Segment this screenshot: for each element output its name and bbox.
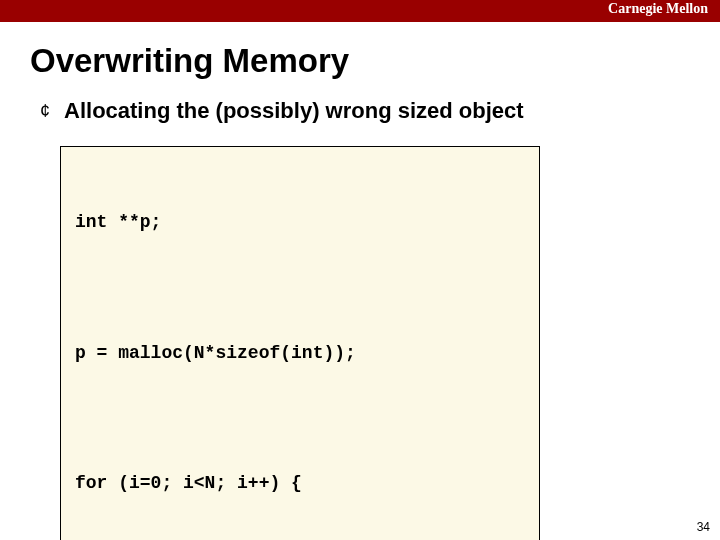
bullet-item: ¢ Allocating the (possibly) wrong sized …	[40, 98, 720, 124]
top-bar: Carnegie Mellon	[0, 0, 720, 22]
code-line: p = malloc(N*sizeof(int));	[75, 340, 525, 366]
page-number: 34	[697, 520, 710, 534]
bullet-text: Allocating the (possibly) wrong sized ob…	[64, 98, 524, 124]
slide: Carnegie Mellon Overwriting Memory ¢ All…	[0, 0, 720, 540]
bullet-marker-icon: ¢	[40, 102, 50, 120]
code-block: int **p; p = malloc(N*sizeof(int)); for …	[60, 146, 540, 540]
code-line: for (i=0; i<N; i++) {	[75, 470, 525, 496]
slide-title: Overwriting Memory	[30, 42, 720, 80]
brand-label: Carnegie Mellon	[608, 1, 708, 17]
code-line: int **p;	[75, 209, 525, 235]
